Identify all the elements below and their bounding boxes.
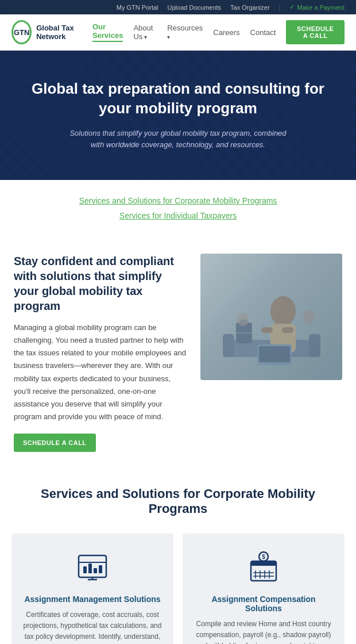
svg-rect-17	[88, 564, 92, 573]
svg-rect-19	[99, 565, 102, 573]
hero-subtitle: Solutions that simplify your global mobi…	[63, 128, 293, 152]
top-bar-divider: |	[279, 4, 281, 11]
logo-name: Global Tax Network	[36, 24, 92, 41]
card-assignment-compensation: $ Assignment Compensation Solutions Comp…	[183, 534, 345, 644]
svg-text:$: $	[262, 554, 265, 560]
services-cards-grid: Assignment Management Solutions Certific…	[0, 528, 356, 644]
content-photo	[200, 254, 342, 380]
card2-desc: Compile and review Home and Host country…	[194, 619, 333, 644]
nav-contact[interactable]: Contact	[250, 28, 276, 37]
top-bar-payment-link[interactable]: Make a Payment	[289, 3, 345, 11]
assignment-management-icon	[74, 550, 111, 586]
nav-links: Our Services About Us Resources Careers …	[92, 20, 345, 44]
content-heading: Stay confident and compliant with soluti…	[14, 254, 187, 313]
logo-circle: GTN	[11, 20, 32, 44]
svg-point-13	[303, 310, 315, 324]
nav-careers[interactable]: Careers	[213, 28, 239, 37]
individual-taxpayers-link[interactable]: Services for Individual Taxpayers	[119, 211, 237, 220]
svg-point-12	[237, 313, 249, 327]
content-body: Managing a global mobility program can b…	[14, 321, 187, 423]
content-left: Stay confident and compliant with soluti…	[14, 254, 187, 452]
svg-rect-6	[282, 327, 293, 333]
svg-rect-5	[261, 327, 273, 333]
nav-about-us[interactable]: About Us	[133, 24, 157, 41]
assignment-compensation-icon: $	[245, 550, 282, 586]
card-assignment-management: Assignment Management Solutions Certific…	[11, 534, 173, 644]
nav-our-services[interactable]: Our Services	[92, 22, 123, 42]
svg-rect-1	[223, 334, 234, 357]
hero-section: Global tax preparation and consulting fo…	[0, 51, 356, 180]
content-schedule-button[interactable]: SCHEDULE A CALL	[14, 434, 96, 452]
nav-resources[interactable]: Resources	[167, 24, 203, 41]
corporate-mobility-link[interactable]: Services and Solutions for Corporate Mob…	[79, 196, 277, 205]
content-section: Stay confident and compliant with soluti…	[0, 236, 356, 469]
services-heading-section: Services and Solutions for Corporate Mob…	[0, 469, 356, 528]
services-main-heading: Services and Solutions for Corporate Mob…	[11, 486, 345, 516]
top-bar-portal-link[interactable]: My GTN Portal	[117, 4, 158, 11]
top-bar-upload-link[interactable]: Upload Documents	[168, 4, 222, 11]
logo-initials: GTN	[14, 28, 29, 37]
svg-rect-18	[94, 568, 97, 573]
card1-desc: Certificates of coverage, cost accruals,…	[23, 610, 162, 644]
top-bar-organizer-link[interactable]: Tax Organizer	[230, 4, 269, 11]
svg-point-3	[270, 296, 296, 326]
main-nav: GTN Global Tax Network Our Services Abou…	[0, 14, 356, 51]
card2-title: Assignment Compensation Solutions	[194, 595, 333, 613]
svg-rect-16	[83, 566, 87, 573]
links-section: Services and Solutions for Corporate Mob…	[0, 180, 356, 236]
logo: GTN Global Tax Network	[11, 20, 92, 44]
card1-title: Assignment Management Solutions	[24, 595, 160, 604]
content-photo-placeholder	[200, 254, 342, 380]
top-bar: My GTN Portal Upload Documents Tax Organ…	[0, 0, 356, 14]
nav-schedule-button[interactable]: SCHEDULE A CALL	[286, 20, 345, 44]
svg-rect-2	[309, 334, 320, 357]
svg-rect-8	[259, 346, 290, 362]
hero-title: Global tax preparation and consulting fo…	[23, 79, 333, 118]
